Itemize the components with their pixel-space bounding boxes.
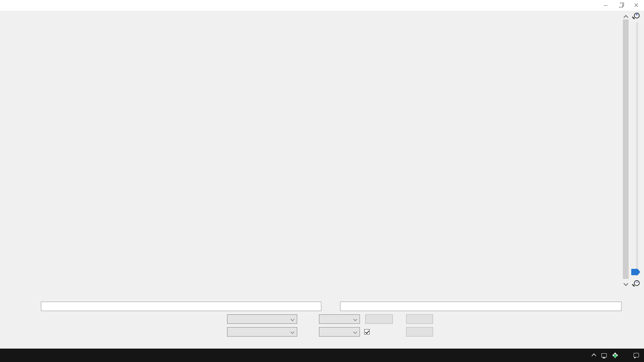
size-label [293,314,318,324]
system-tray [583,349,644,362]
close-window-button[interactable] [629,0,644,11]
algorithm-select[interactable] [227,314,297,324]
zoom-slider-track[interactable] [636,23,638,276]
algorithm-label [188,314,225,324]
axis-label [293,327,318,337]
peak-readout [340,302,622,311]
zoom-slider-handle[interactable] [631,269,640,275]
screen: + − [0,0,644,362]
zoom-in-icon[interactable]: + [634,13,640,18]
axis-select[interactable] [319,327,360,337]
action-center-icon[interactable] [633,352,639,358]
close-icon [634,3,639,8]
taskbar [0,349,644,362]
replot-button[interactable] [406,314,433,324]
restore-icon [619,4,623,7]
zoom-out-icon[interactable]: − [634,280,640,286]
export-button[interactable] [365,314,393,324]
function-label [188,327,225,337]
vertical-scrollbar[interactable] [623,13,629,287]
spectrum-plot[interactable] [18,13,622,290]
minimize-icon [604,5,607,6]
minimize-button[interactable] [598,0,613,11]
zoom-slider-column: + − [631,12,644,288]
grids-checkbox[interactable] [364,329,370,335]
show-hidden-icons-icon[interactable] [592,353,596,358]
title-bar [0,0,644,11]
function-select[interactable] [227,327,297,337]
cursor-readout [41,302,321,311]
restore-button[interactable] [613,0,629,11]
scroll-down-icon[interactable] [624,281,628,286]
scrollbar-thumb[interactable] [623,19,629,279]
network-icon[interactable] [601,352,607,358]
scroll-up-icon[interactable] [624,15,628,20]
chevron-down-icon [353,317,357,321]
size-select[interactable] [319,314,360,324]
security-icon[interactable] [612,353,618,358]
close-button[interactable] [406,327,433,337]
chevron-down-icon [353,330,357,334]
